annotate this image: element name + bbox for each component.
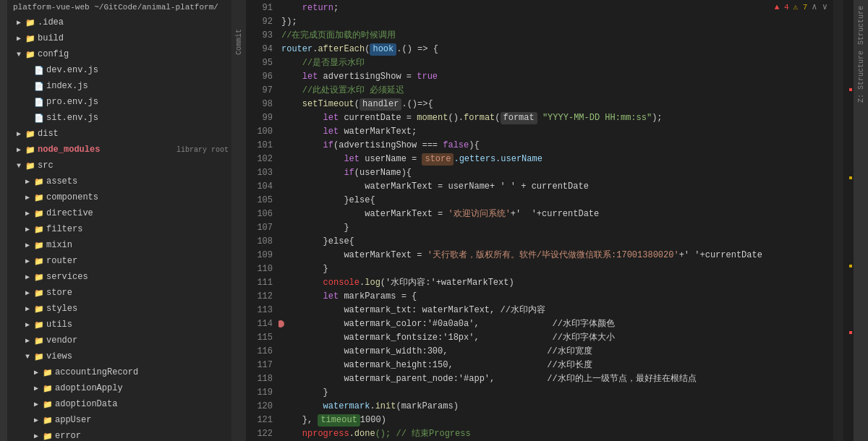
commit-tab[interactable]: Commit (235, 29, 243, 55)
sidebar-item-filters[interactable]: ▶📁filters (7, 221, 231, 237)
token: ()=>{ (407, 98, 433, 111)
token: (userName){ (354, 166, 412, 180)
token: watermark_height:150, //水印长度 (281, 359, 592, 372)
token: '天行歌者，版权所有。软件/毕设代做微信联系:17001380020' (427, 249, 679, 262)
sidebar-item-idea[interactable]: ▶📁.idea (7, 14, 231, 30)
arrow-utils: ▶ (22, 320, 33, 329)
token: if (344, 166, 354, 180)
line-number-93: 93 (246, 29, 273, 43)
arrow-services: ▶ (22, 273, 33, 281)
sidebar-item-mixin[interactable]: ▶📁mixin (7, 237, 231, 253)
sidebar-item-router[interactable]: ▶📁router (7, 253, 231, 269)
item-label-components: components (45, 192, 229, 202)
warning-marker (849, 176, 852, 179)
arrow-appUser: ▶ (30, 416, 42, 424)
code-line-96: let advertisingShow = true (281, 70, 833, 84)
sidebar-item-index.js[interactable]: 📄index.js (7, 78, 231, 94)
token: let (344, 153, 359, 166)
token: '欢迎访问系统' (448, 207, 510, 221)
sidebar-item-vendor[interactable]: ▶📁vendor (7, 333, 231, 348)
token: advertisingShow = (318, 70, 417, 84)
item-label-vendor: vendor (45, 335, 229, 346)
js-icon: 📄 (33, 82, 45, 91)
token: }else{ (281, 194, 375, 207)
code-line-119: } (281, 386, 833, 400)
sidebar-item-error[interactable]: ▶📁error (7, 428, 231, 441)
pill-orange: store (422, 153, 454, 166)
arrow-adoptionApply: ▶ (30, 384, 42, 393)
sidebar-item-node_modules[interactable]: ▶📁node_moduleslibrary root (7, 142, 231, 158)
token (281, 98, 302, 111)
item-label-router: router (45, 256, 229, 266)
item-label-config: config (36, 49, 229, 59)
token: . (396, 43, 401, 56)
item-badge-node_modules: library root (174, 146, 229, 154)
pill-gray: handler (359, 98, 401, 111)
sidebar-item-accountingRecord[interactable]: ▶📁accountingRecord (7, 364, 231, 380)
token: setTimeout (302, 98, 354, 111)
item-label-assets: assets (45, 176, 229, 187)
sidebar-item-build[interactable]: ▶📁build (7, 30, 231, 46)
token: let (323, 111, 339, 125)
z-structure-label[interactable]: Z: Structure (857, 51, 865, 103)
arrow-accountingRecord: ▶ (30, 368, 42, 377)
code-line-99: let currentDate = moment().format(format… (281, 111, 833, 125)
fold-arrows[interactable]: ∧ ∨ (812, 1, 827, 12)
line-number-111: 111 (246, 276, 273, 290)
minimap[interactable] (833, 0, 843, 441)
folder-icon: 📁 (42, 400, 54, 409)
sidebar-item-utils[interactable]: ▶📁utils (7, 317, 231, 333)
line-number-95: 95 (246, 56, 273, 70)
folder-icon: 📁 (25, 34, 36, 43)
sidebar-item-views[interactable]: ▼📁views (7, 348, 231, 364)
sidebar-item-pro.env.js[interactable]: 📄pro.env.js (7, 94, 231, 110)
folder-icon: 📁 (33, 336, 45, 346)
folder-icon: 📁 (33, 225, 45, 234)
line-number-98: 98 (246, 98, 273, 111)
arrow-directive: ▶ (22, 209, 33, 218)
sidebar-item-assets[interactable]: ▶📁assets (7, 174, 231, 189)
sidebar-item-components[interactable]: ▶📁components (7, 189, 231, 205)
sidebar-item-directive[interactable]: ▶📁directive (7, 205, 231, 221)
env-icon: 📄 (33, 66, 45, 75)
sidebar-item-services[interactable]: ▶📁services (7, 269, 231, 285)
token (537, 111, 542, 125)
token (281, 290, 323, 304)
sidebar-item-dev.env.js[interactable]: 📄dev.env.js (7, 62, 231, 78)
line-number-107: 107 (246, 221, 273, 235)
pill-timeout: timeout (318, 414, 359, 427)
line-number-104: 104 (246, 180, 273, 194)
code-line-118: watermark_parent_node:'#app', //水印的上一级节点… (281, 372, 833, 386)
line-number-121: 121 (246, 414, 273, 427)
arrow-dist: ▶ (13, 129, 25, 138)
token: if (323, 139, 333, 153)
sidebar-item-adoptionApply[interactable]: ▶📁adoptionApply (7, 380, 231, 396)
sidebar-item-src[interactable]: ▼📁src (7, 158, 231, 174)
folder-icon: 📁 (33, 209, 45, 218)
sidebar-item-config[interactable]: ▼📁config (7, 46, 231, 62)
token: }else{ (281, 235, 354, 249)
sidebar-item-adoptionData[interactable]: ▶📁adoptionData (7, 396, 231, 412)
token: waterMarkText = userName+ ' ' + currentD… (281, 180, 589, 194)
item-label-appUser: appUser (54, 415, 229, 425)
scrollbar[interactable] (843, 0, 854, 441)
line-number-122: 122 (246, 427, 273, 441)
structure-panel: Structure Z: Structure (854, 0, 868, 441)
arrow-idea: ▶ (13, 18, 25, 27)
item-label-utils: utils (45, 320, 229, 330)
structure-label[interactable]: Structure (857, 6, 865, 45)
sidebar-item-store[interactable]: ▶📁store (7, 285, 231, 301)
arrow-vendor: ▶ (22, 336, 33, 345)
sidebar-tree[interactable]: ▶📁.idea▶📁build▼📁config📄dev.env.js📄index.… (7, 14, 231, 441)
folder-icon: 📁 (25, 161, 36, 171)
code-line-101: if(advertisingShow === false){ (281, 139, 833, 153)
arrow-config: ▼ (13, 51, 25, 59)
token: let (323, 290, 339, 304)
sidebar-item-dist[interactable]: ▶📁dist (7, 126, 231, 142)
sidebar-item-appUser[interactable]: ▶📁appUser (7, 412, 231, 428)
sidebar-item-styles[interactable]: ▶📁styles (7, 301, 231, 317)
line-number-113: 113 (246, 304, 273, 317)
line-number-102: 102 (246, 153, 273, 166)
token: log (365, 276, 380, 290)
sidebar-item-sit.env.js[interactable]: 📄sit.env.js (7, 110, 231, 126)
